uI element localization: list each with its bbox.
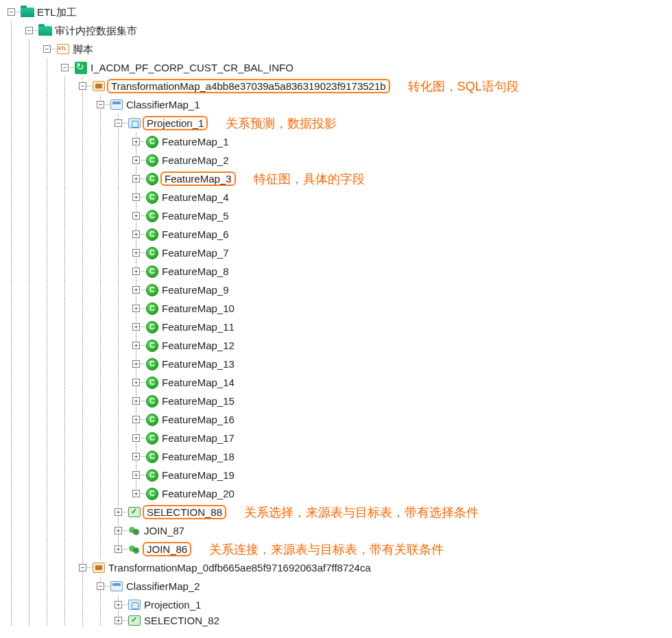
tree-label: I_ACDM_PF_CORP_CUST_CR_BAL_INFO	[89, 62, 295, 73]
collapse-icon[interactable]: −	[79, 564, 86, 571]
tree-item-mart[interactable]: − 审计内控数据集市	[3, 21, 669, 40]
c-icon	[145, 487, 159, 501]
tree-label: 脚本	[71, 43, 95, 55]
collapse-icon[interactable]: −	[97, 582, 104, 590]
tree-item-featuremap[interactable]: +FeatureMap_20	[3, 484, 669, 503]
expand-icon[interactable]: +	[115, 617, 122, 624]
join-icon	[128, 543, 141, 556]
tree-item-tmap2[interactable]: − TransformationMap_0dfb665ae85f97169206…	[3, 558, 669, 577]
tree-item-featuremap[interactable]: +FeatureMap_11	[3, 318, 669, 336]
tree-label: SELECTION_82	[143, 615, 221, 626]
tree-item-scripts[interactable]: − 脚本	[3, 40, 669, 58]
annotation-selection: 关系选择，来源表与目标表，带有选择条件	[244, 506, 479, 519]
tree-label: SELECTION_88	[143, 505, 226, 519]
tree-item-featuremap[interactable]: +FeatureMap_7	[3, 244, 669, 262]
projection-icon	[128, 598, 141, 612]
tree-label: ClassifierMap_1	[125, 99, 202, 110]
expand-icon[interactable]: +	[115, 601, 122, 609]
annotation-feature: 特征图，具体的字段	[254, 173, 365, 185]
tree-label: TransformationMap_0dfb665ae85f971692063a…	[107, 562, 372, 574]
tree-label: FeatureMap_16	[160, 414, 236, 425]
tree-item-featuremap[interactable]: +FeatureMap_16	[3, 410, 669, 429]
expand-icon[interactable]: +	[132, 323, 140, 331]
expand-icon[interactable]: +	[132, 193, 140, 201]
classifier-icon	[110, 98, 123, 112]
tree-item-selection88[interactable]: + SELECTION_88 关系选择，来源表与目标表，带有选择条件	[3, 503, 669, 521]
map-icon	[92, 80, 106, 93]
collapse-icon[interactable]: −	[25, 27, 33, 34]
projection-icon	[128, 117, 141, 130]
expand-icon[interactable]: +	[115, 545, 122, 553]
collapse-icon[interactable]: −	[61, 64, 69, 71]
annotation-tmap: 转化图，SQL语句段	[408, 80, 519, 93]
tree-item-featuremap[interactable]: +FeatureMap_5	[3, 206, 669, 225]
expand-icon[interactable]: +	[132, 342, 140, 349]
expand-icon[interactable]: +	[132, 397, 140, 405]
tree-item-featuremap[interactable]: +FeatureMap_6	[3, 225, 669, 244]
tree-item-featuremap[interactable]: +FeatureMap_12	[3, 336, 669, 355]
classifier-icon	[110, 580, 123, 593]
expand-icon[interactable]: +	[115, 527, 122, 534]
tree-item-featuremap[interactable]: +FeatureMap_14	[3, 373, 669, 392]
tree-item-featuremap[interactable]: +FeatureMap_9	[3, 281, 669, 299]
tree-item-join87[interactable]: + JOIN_87	[3, 521, 669, 540]
expand-icon[interactable]: +	[132, 360, 140, 368]
tree-label: FeatureMap_17	[160, 432, 236, 444]
tree-item-tmap1[interactable]: − TransformationMap_a4bb8e37039a5a836319…	[3, 77, 669, 95]
expand-icon[interactable]: +	[132, 268, 140, 275]
c-icon	[145, 339, 159, 353]
tree-item-featuremap[interactable]: +FeatureMap_10	[3, 299, 669, 318]
tree-item-cmap1[interactable]: − ClassifierMap_1	[3, 95, 669, 114]
tree-item-featuremap[interactable]: +FeatureMap_4	[3, 188, 669, 206]
expand-icon[interactable]: +	[132, 138, 140, 145]
tree-label: JOIN_86	[143, 542, 191, 556]
collapse-icon[interactable]: −	[8, 8, 15, 16]
c-icon	[145, 246, 159, 260]
expand-icon[interactable]: +	[132, 453, 140, 460]
map-icon	[92, 561, 106, 575]
join-icon	[128, 524, 141, 538]
expand-icon[interactable]: +	[132, 305, 140, 312]
tree-item-job[interactable]: − I_ACDM_PF_CORP_CUST_CR_BAL_INFO	[3, 58, 669, 77]
expand-icon[interactable]: +	[132, 416, 140, 423]
tree-item-featuremap[interactable]: +FeatureMap_17	[3, 429, 669, 447]
collapse-icon[interactable]: −	[115, 119, 122, 127]
tree-item-featuremap[interactable]: +FeatureMap_1	[3, 132, 669, 151]
tree-label: FeatureMap_4	[160, 191, 230, 203]
c-icon	[145, 154, 159, 167]
tree-item-featuremap[interactable]: +FeatureMap_18	[3, 447, 669, 466]
collapse-icon[interactable]: −	[97, 101, 104, 108]
tree-item-selection82[interactable]: + SELECTION_82	[3, 614, 669, 626]
collapse-icon[interactable]: −	[43, 45, 51, 53]
expand-icon[interactable]: +	[132, 379, 140, 386]
expand-icon[interactable]: +	[132, 471, 140, 479]
tree-label: ClassifierMap_2	[125, 580, 202, 592]
tree-item-featuremap[interactable]: +FeatureMap_15	[3, 392, 669, 410]
tree-label: ETL加工	[36, 6, 78, 18]
tree-label: FeatureMap_10	[160, 303, 236, 314]
tree-label: TransformationMap_a4bb8e37039a5a83631902…	[107, 79, 390, 93]
collapse-icon[interactable]: −	[79, 82, 86, 90]
tree-item-proj2[interactable]: + Projection_1	[3, 595, 669, 614]
expand-icon[interactable]: +	[132, 490, 140, 497]
tree-item-cmap2[interactable]: − ClassifierMap_2	[3, 577, 669, 595]
tree-item-featuremap[interactable]: +FeatureMap_19	[3, 466, 669, 484]
c-icon	[145, 450, 159, 464]
expand-icon[interactable]: +	[132, 175, 140, 182]
tree-item-featuremap[interactable]: +FeatureMap_3特征图，具体的字段	[3, 169, 669, 188]
expand-icon[interactable]: +	[132, 156, 140, 164]
tree-item-featuremap[interactable]: +FeatureMap_2	[3, 151, 669, 169]
expand-icon[interactable]: +	[132, 286, 140, 294]
expand-icon[interactable]: +	[132, 212, 140, 220]
expand-icon[interactable]: +	[132, 434, 140, 442]
tree-item-join86[interactable]: + JOIN_86 关系连接，来源表与目标表，带有关联条件	[3, 540, 669, 558]
etl-icon	[56, 43, 70, 56]
expand-icon[interactable]: +	[115, 508, 122, 516]
tree-item-etl[interactable]: − ETL加工	[3, 3, 669, 21]
tree-item-featuremap[interactable]: +FeatureMap_8	[3, 262, 669, 281]
expand-icon[interactable]: +	[132, 231, 140, 238]
tree-item-featuremap[interactable]: +FeatureMap_13	[3, 355, 669, 373]
tree-item-proj1[interactable]: − Projection_1 关系预测，数据投影	[3, 114, 669, 132]
expand-icon[interactable]: +	[132, 249, 140, 257]
tree-label: FeatureMap_18	[160, 451, 236, 462]
